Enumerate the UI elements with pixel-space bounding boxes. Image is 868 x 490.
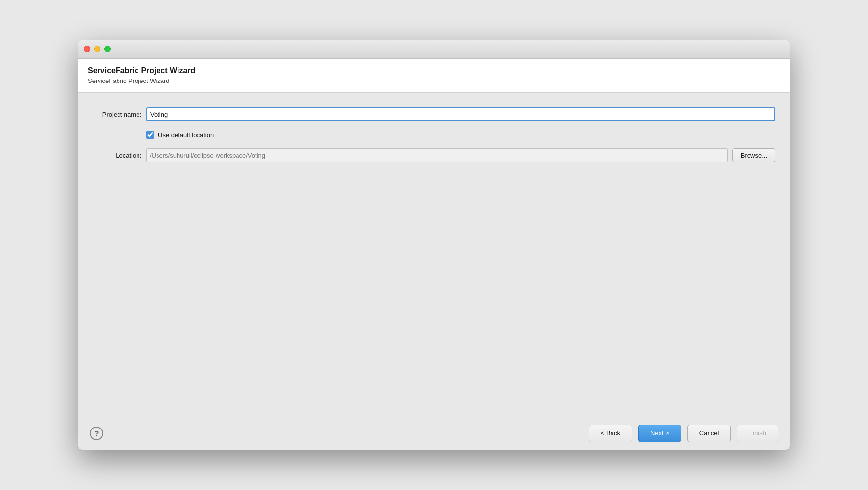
use-default-location-row: Use default location [93, 131, 775, 139]
header-title: ServiceFabric Project Wizard [88, 66, 780, 75]
location-input[interactable] [146, 148, 728, 162]
titlebar [78, 40, 790, 59]
footer-left: ? [90, 427, 103, 440]
content-area: Project name: Use default location Locat… [78, 93, 790, 416]
footer: ? < Back Next > Cancel Finish [78, 416, 790, 450]
project-name-label: Project name: [93, 111, 141, 118]
use-default-location-label[interactable]: Use default location [158, 131, 214, 139]
help-button[interactable]: ? [90, 427, 103, 440]
footer-right: < Back Next > Cancel Finish [589, 425, 778, 442]
minimize-button[interactable] [94, 46, 100, 52]
close-button[interactable] [84, 46, 90, 52]
back-button[interactable]: < Back [589, 425, 632, 442]
header-subtitle: ServiceFabric Project Wizard [88, 77, 780, 84]
main-window: ServiceFabric Project Wizard ServiceFabr… [78, 40, 790, 450]
use-default-location-checkbox[interactable] [146, 131, 154, 139]
browse-button[interactable]: Browse... [732, 148, 775, 162]
location-label: Location: [93, 152, 141, 159]
location-row: Location: Browse... [93, 148, 775, 162]
project-name-row: Project name: [93, 107, 775, 121]
cancel-button[interactable]: Cancel [687, 425, 731, 442]
project-name-input[interactable] [146, 107, 775, 121]
next-button[interactable]: Next > [638, 425, 681, 442]
finish-button[interactable]: Finish [737, 425, 778, 442]
maximize-button[interactable] [104, 46, 111, 52]
header-section: ServiceFabric Project Wizard ServiceFabr… [78, 59, 790, 93]
